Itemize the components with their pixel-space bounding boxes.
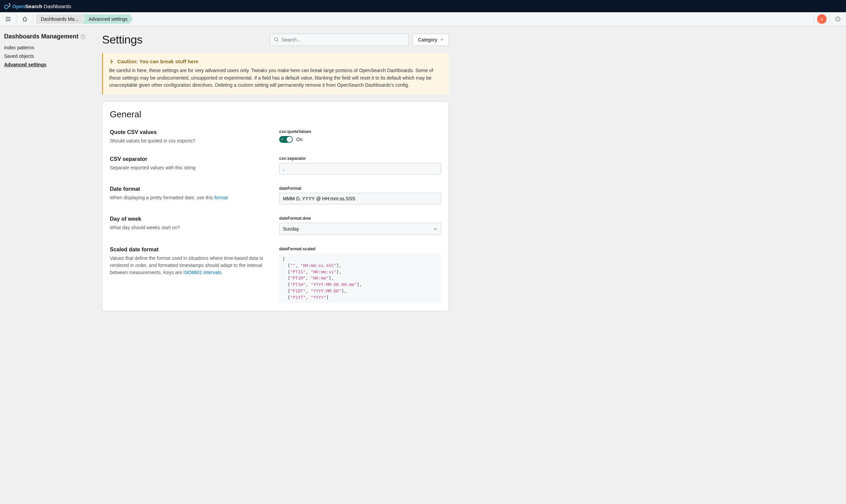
setting-key: csv:quoteValues <box>279 129 441 134</box>
breadcrumb-bar: Dashboards Ma… Advanced settings o ? <box>0 12 846 26</box>
sidebar-link-advanced-settings[interactable]: Advanced settings <box>4 62 46 67</box>
search-input[interactable] <box>282 37 405 43</box>
setting-name: Date format <box>110 186 271 192</box>
brand-logo[interactable]: OpenSearch Dashboards <box>4 3 71 9</box>
menu-toggle-button[interactable] <box>3 14 14 24</box>
chevron-down-icon <box>440 38 444 41</box>
setting-name: Scaled date format <box>110 247 271 253</box>
setting-date-format: Date format When displaying a pretty for… <box>110 186 441 204</box>
chevron-down-icon <box>434 227 437 231</box>
help-button[interactable]: ? <box>832 14 843 24</box>
settings-search[interactable] <box>270 34 409 46</box>
management-sidebar: Dashboards Management ? Index patterns S… <box>3 33 91 311</box>
iso8601-link[interactable]: ISO8601 intervals <box>183 270 221 275</box>
svg-point-0 <box>5 5 9 9</box>
setting-desc: When displaying a pretty formatted date,… <box>110 194 271 201</box>
page-title: Settings <box>102 33 266 46</box>
setting-key: dateFormat:dow <box>279 216 441 221</box>
setting-desc: Values that define the format used in si… <box>110 255 271 276</box>
user-avatar[interactable]: o <box>817 14 827 24</box>
general-settings-card: General Quote CSV values Should values b… <box>102 101 449 311</box>
breadcrumb: Dashboards Ma… Advanced settings <box>36 14 133 24</box>
date-format-input[interactable] <box>279 193 441 204</box>
sidebar-link-index-patterns[interactable]: Index patterns <box>4 45 34 50</box>
setting-scaled-date-format: Scaled date format Values that define th… <box>110 247 441 303</box>
bolt-icon <box>109 59 114 64</box>
setting-desc: What day should weeks start on? <box>110 224 271 231</box>
scaled-format-textarea[interactable]: [ ["", "HH:mm:ss.SSS"], ["PT1S", "HH:mm:… <box>279 253 441 303</box>
svg-text:?: ? <box>837 17 839 21</box>
setting-desc: Should values be quoted in csv exports? <box>110 137 271 145</box>
brand-text: OpenSearch Dashboards <box>12 3 71 9</box>
caution-callout: Caution: You can break stuff here Be car… <box>102 53 449 95</box>
format-link[interactable]: format <box>214 195 228 200</box>
setting-desc: Separate exported values with this strin… <box>110 164 271 171</box>
setting-day-of-week: Day of week What day should weeks start … <box>110 216 441 235</box>
toggle-state-label: On <box>296 137 303 142</box>
divider <box>16 15 17 23</box>
question-circle-icon[interactable]: ? <box>81 34 85 39</box>
setting-csv-separator: CSV separator Separate exported values w… <box>110 156 441 174</box>
callout-title-text: Caution: You can break stuff here <box>117 58 199 64</box>
home-icon <box>22 16 28 22</box>
category-filter-button[interactable]: Category <box>413 34 449 46</box>
setting-quote-csv: Quote CSV values Should values be quoted… <box>110 129 441 145</box>
setting-name: CSV separator <box>110 156 271 162</box>
setting-key: dateFormat:scaled <box>279 247 441 251</box>
setting-key: csv:separator <box>279 156 441 161</box>
check-icon: ✓ <box>281 137 284 141</box>
app-header: OpenSearch Dashboards <box>0 0 846 12</box>
divider <box>814 15 814 23</box>
section-title-general: General <box>110 109 441 120</box>
breadcrumb-item-current: Advanced settings <box>82 14 133 24</box>
svg-point-3 <box>274 38 277 41</box>
sidebar-title: Dashboards Management ? <box>4 33 91 40</box>
hamburger-icon <box>5 16 11 22</box>
opensearch-mark-icon <box>4 3 10 9</box>
quote-csv-toggle[interactable]: ✓ <box>279 136 293 143</box>
csv-separator-input[interactable] <box>279 163 441 174</box>
sidebar-link-saved-objects[interactable]: Saved objects <box>4 53 34 59</box>
divider <box>829 15 830 23</box>
setting-key: dateFormat <box>279 186 441 191</box>
setting-name: Day of week <box>110 216 271 222</box>
home-button[interactable] <box>19 14 30 24</box>
search-icon <box>274 37 279 42</box>
setting-name: Quote CSV values <box>110 129 271 135</box>
question-circle-icon: ? <box>835 16 841 22</box>
divider <box>33 15 33 23</box>
callout-body: Be careful in here, these settings are f… <box>109 67 443 89</box>
breadcrumb-item[interactable]: Dashboards Ma… <box>36 14 85 24</box>
day-of-week-select[interactable]: Sunday <box>279 223 441 235</box>
